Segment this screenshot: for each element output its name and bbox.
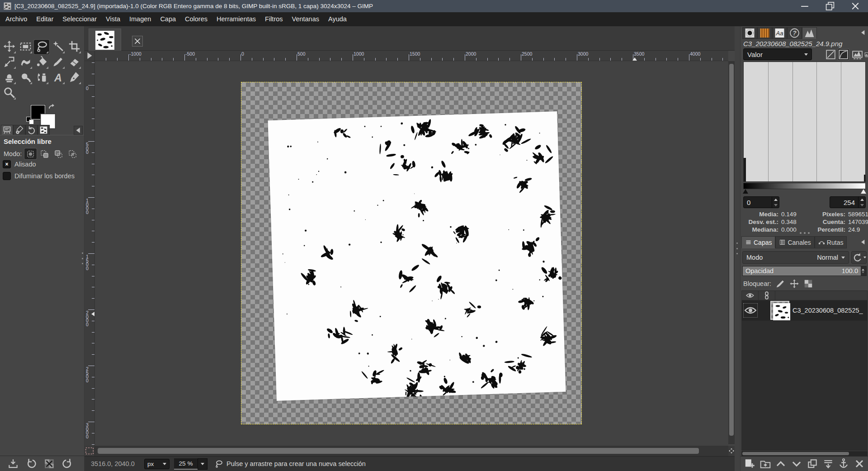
tool-clone[interactable] <box>1 71 17 85</box>
menu-ayuda[interactable]: Ayuda <box>324 12 351 26</box>
checkbox-checked[interactable]: × <box>3 160 11 168</box>
tool-transform[interactable] <box>1 55 17 70</box>
restore-button[interactable] <box>817 0 843 12</box>
delete-tool-preset-button[interactable] <box>42 458 56 470</box>
tool-fuzzy-select[interactable] <box>50 40 66 54</box>
tab-capas[interactable]: Capas <box>741 236 775 248</box>
horizontal-scrollbar-thumb[interactable] <box>98 448 699 454</box>
tool-zoom[interactable] <box>1 86 17 100</box>
menu-capa[interactable]: Capa <box>156 12 180 26</box>
navigation-button[interactable] <box>728 446 735 456</box>
spin-down-icon[interactable] <box>860 204 864 206</box>
save-tool-preset-button[interactable] <box>6 458 20 470</box>
lock-alpha-icon[interactable] <box>803 279 813 289</box>
unit-select[interactable]: px <box>144 459 170 469</box>
opacity-slider[interactable]: Opacidad 100.0 <box>742 266 867 276</box>
range-max-input[interactable]: 254 <box>830 196 866 208</box>
anchor-layer-button[interactable] <box>837 458 850 470</box>
log-histogram-button[interactable] <box>838 49 849 60</box>
menu-archivo[interactable]: Archivo <box>1 12 32 26</box>
range-min-slider[interactable] <box>743 189 748 194</box>
spin-down-icon[interactable] <box>862 271 864 273</box>
menu-seleccionar[interactable]: Seleccionar <box>58 12 101 26</box>
layer-row[interactable]: C3_20230608_082525_ <box>741 300 868 320</box>
layer-thumbnail[interactable] <box>770 301 789 320</box>
new-layer-group-button[interactable] <box>759 458 772 470</box>
menu-imagen[interactable]: Imagen <box>125 12 156 26</box>
new-layer-button[interactable] <box>743 458 756 470</box>
histogram-view-a-button[interactable] <box>852 49 863 60</box>
reset-tool-options-button[interactable] <box>61 458 74 470</box>
tool-free-select[interactable] <box>34 40 49 54</box>
tool-smudge[interactable] <box>18 71 33 85</box>
menu-ventanas[interactable]: Ventanas <box>288 12 324 26</box>
spin-down-icon[interactable] <box>774 204 778 206</box>
visibility-column-header[interactable] <box>742 291 759 300</box>
restore-tool-preset-button[interactable] <box>24 458 38 470</box>
dock-splitter[interactable] <box>735 26 740 471</box>
tab-histogram[interactable] <box>802 27 817 39</box>
spin-up-icon[interactable] <box>860 199 864 201</box>
lower-layer-button[interactable] <box>790 458 803 470</box>
zoom-input[interactable]: 25 % <box>174 458 198 470</box>
menu-herramientas[interactable]: Herramientas <box>212 12 260 26</box>
duplicate-layer-button[interactable] <box>806 458 819 470</box>
dock-collapse-button[interactable] <box>74 126 83 135</box>
histogram-display[interactable] <box>743 62 866 182</box>
selection-mode-intersect[interactable] <box>66 148 79 159</box>
tab-rutas[interactable]: Rutas <box>815 236 847 248</box>
canvas-viewport[interactable] <box>95 61 728 446</box>
range-min-input[interactable]: 0 <box>743 196 779 208</box>
layer-list-scrollbar-thumb[interactable] <box>742 452 849 455</box>
lock-pixels-icon[interactable] <box>775 279 785 289</box>
close-button[interactable] <box>843 0 868 12</box>
tool-rectangle-select[interactable] <box>18 40 33 54</box>
mode-group-switch-button[interactable] <box>851 251 867 264</box>
tool-crop[interactable] <box>66 40 82 54</box>
layer-list-scrollbar[interactable] <box>741 451 868 456</box>
canvas-menu-button[interactable] <box>85 51 95 61</box>
vertical-scrollbar-thumb[interactable] <box>729 64 734 436</box>
tool-move[interactable] <box>1 40 17 54</box>
panel-menu-button[interactable] <box>859 29 867 36</box>
tab-canales[interactable]: Canales <box>775 236 814 248</box>
selection-mode-subtract[interactable] <box>52 148 65 159</box>
tab-fonts[interactable]: Aa <box>772 27 787 39</box>
spin-up-icon[interactable] <box>862 269 864 271</box>
dock-resize-grip[interactable] <box>82 252 84 264</box>
panel-splitter[interactable] <box>741 231 868 235</box>
layer-visibility-toggle[interactable] <box>743 303 758 318</box>
menu-filtros[interactable]: Filtros <box>260 12 287 26</box>
menu-vista[interactable]: Vista <box>101 12 125 26</box>
tool-warp[interactable] <box>18 55 33 70</box>
merge-layer-button[interactable] <box>822 458 835 470</box>
tab-device-status[interactable] <box>13 125 25 135</box>
selection-mode-add[interactable] <box>38 148 51 159</box>
tab-tool-options[interactable] <box>1 125 13 135</box>
tool-paintbrush[interactable] <box>50 55 66 70</box>
vertical-ruler[interactable]: 05 0 01 0 0 01 5 0 02 0 0 02 5 0 03 0 0 … <box>85 61 95 446</box>
raise-layer-button[interactable] <box>774 458 787 470</box>
selection-mode-replace[interactable] <box>24 148 37 159</box>
layers-menu-button[interactable] <box>859 238 867 246</box>
swap-colors-icon[interactable] <box>48 103 56 110</box>
histogram-view-b-button[interactable] <box>864 49 868 60</box>
tab-undo-history[interactable] <box>25 125 38 135</box>
tool-airbrush[interactable] <box>34 71 49 85</box>
tab-brushes[interactable] <box>742 27 757 39</box>
lock-position-icon[interactable] <box>789 279 799 289</box>
tab-patterns[interactable] <box>757 27 772 39</box>
layer-mode-select[interactable]: Modo Normal <box>742 251 849 264</box>
zoom-select-button[interactable] <box>198 458 208 470</box>
layer-list-empty-area[interactable] <box>741 320 868 451</box>
range-max-slider[interactable] <box>861 189 866 194</box>
horizontal-ruler[interactable]: -1000-5000500100015002000250030003500400… <box>95 51 728 61</box>
tab-images[interactable] <box>38 125 50 135</box>
delete-layer-button[interactable] <box>853 458 866 470</box>
minimize-button[interactable] <box>792 0 817 12</box>
linear-histogram-button[interactable] <box>825 49 836 60</box>
link-column-header[interactable] <box>759 291 775 300</box>
menu-colores[interactable]: Colores <box>180 12 212 26</box>
checkbox-unchecked[interactable] <box>3 172 11 180</box>
spin-up-icon[interactable] <box>774 199 778 201</box>
